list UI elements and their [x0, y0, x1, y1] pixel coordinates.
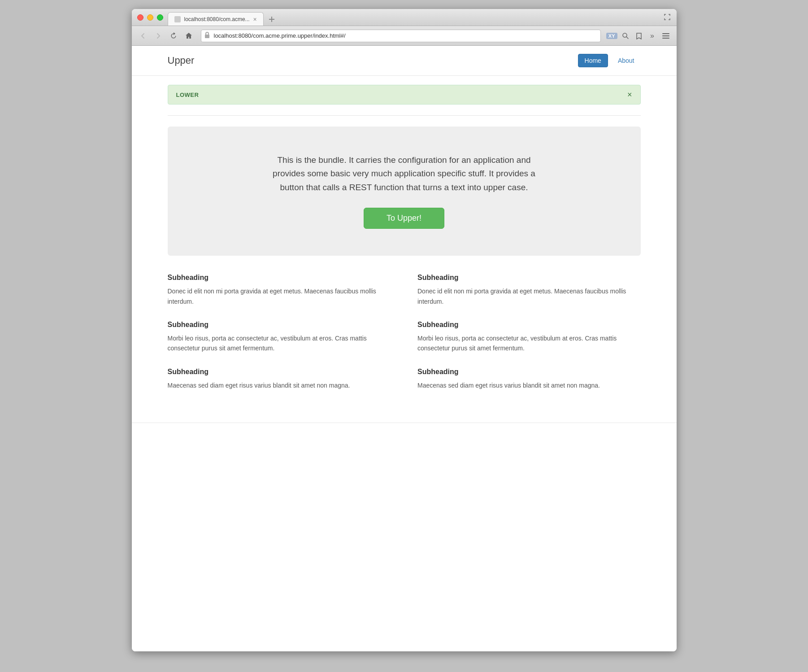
- svg-rect-1: [269, 19, 274, 20]
- content-paragraph: Maecenas sed diam eget risus varius blan…: [168, 380, 391, 390]
- browser-window: localhost:8080/com.acme... ×: [132, 9, 677, 651]
- reload-button[interactable]: [167, 29, 180, 43]
- menu-btn[interactable]: [660, 30, 672, 42]
- minimize-button[interactable]: [147, 14, 153, 21]
- content-item: SubheadingMaecenas sed diam eget risus v…: [168, 368, 391, 390]
- content-item: SubheadingDonec id elit non mi porta gra…: [417, 274, 641, 306]
- content-subheading: Subheading: [168, 321, 391, 329]
- svg-line-4: [626, 37, 628, 39]
- toolbar-badge: XY: [606, 33, 617, 39]
- page-footer: [132, 423, 677, 441]
- active-tab[interactable]: localhost:8080/com.acme... ×: [168, 12, 264, 26]
- close-button[interactable]: [137, 14, 143, 21]
- svg-rect-6: [662, 35, 669, 36]
- brand-name: Upper: [168, 55, 195, 66]
- nav-links: Home About: [578, 54, 641, 67]
- fullscreen-button[interactable]: [662, 13, 672, 22]
- jumbotron: This is the bundle. It carries the confi…: [168, 127, 641, 256]
- page-content: Upper Home About LOWER × This is the bun…: [132, 46, 677, 651]
- more-tools-btn[interactable]: »: [646, 30, 659, 42]
- alert-text: LOWER: [176, 92, 199, 98]
- content-item: SubheadingMorbi leo risus, porta ac cons…: [168, 321, 391, 353]
- title-bar: localhost:8080/com.acme... ×: [132, 9, 677, 26]
- content-grid: SubheadingDonec id elit non mi porta gra…: [168, 274, 641, 405]
- content-subheading: Subheading: [417, 321, 641, 329]
- content-item: SubheadingDonec id elit non mi porta gra…: [168, 274, 391, 306]
- content-paragraph: Donec id elit non mi porta gravida at eg…: [168, 286, 391, 306]
- maximize-button[interactable]: [157, 14, 163, 21]
- about-nav-link[interactable]: About: [612, 54, 641, 67]
- content-item: SubheadingMaecenas sed diam eget risus v…: [417, 368, 641, 390]
- content-paragraph: Donec id elit non mi porta gravida at eg…: [417, 286, 641, 306]
- svg-rect-7: [662, 38, 669, 39]
- alert-close-button[interactable]: ×: [627, 91, 632, 99]
- address-input[interactable]: [201, 30, 601, 42]
- jumbotron-description: This is the bundle. It carries the confi…: [269, 153, 539, 194]
- content-paragraph: Morbi leo risus, porta ac consectetur ac…: [168, 333, 391, 353]
- content-paragraph: Morbi leo risus, porta ac consectetur ac…: [417, 333, 641, 353]
- back-button[interactable]: [136, 29, 150, 43]
- content-subheading: Subheading: [168, 274, 391, 282]
- new-tab-button[interactable]: [265, 13, 278, 26]
- home-button[interactable]: [182, 29, 195, 43]
- address-lock-icon: [204, 32, 210, 39]
- divider: [168, 115, 641, 116]
- content-item: SubheadingMorbi leo risus, porta ac cons…: [417, 321, 641, 353]
- search-icon-btn[interactable]: [619, 30, 632, 42]
- content-subheading: Subheading: [417, 274, 641, 282]
- main-container: LOWER × This is the bundle. It carries t…: [132, 76, 677, 414]
- address-bar-container: [201, 30, 601, 42]
- bookmark-icon-btn[interactable]: [633, 30, 645, 42]
- toolbar: XY »: [132, 26, 677, 46]
- tab-favicon: [174, 16, 181, 22]
- content-paragraph: Maecenas sed diam eget risus varius blan…: [417, 380, 641, 390]
- alert-banner: LOWER ×: [168, 85, 641, 105]
- svg-rect-5: [662, 33, 669, 34]
- window-controls: [137, 14, 163, 21]
- forward-button[interactable]: [152, 29, 165, 43]
- close-tab-icon[interactable]: ×: [253, 16, 257, 22]
- content-subheading: Subheading: [168, 368, 391, 376]
- to-upper-button[interactable]: To Upper!: [364, 208, 444, 229]
- tab-bar: localhost:8080/com.acme... ×: [168, 12, 278, 26]
- home-nav-button[interactable]: Home: [578, 54, 608, 67]
- content-subheading: Subheading: [417, 368, 641, 376]
- toolbar-right: XY »: [606, 30, 672, 42]
- navbar: Upper Home About: [132, 46, 677, 76]
- svg-rect-2: [205, 35, 209, 38]
- tab-title: localhost:8080/com.acme...: [184, 16, 250, 22]
